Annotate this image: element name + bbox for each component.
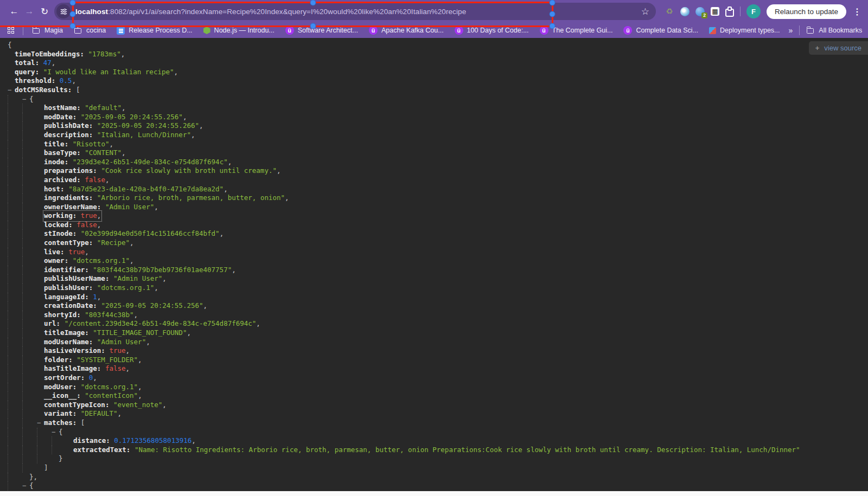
bookmark-item[interactable]: Release Process D... bbox=[117, 27, 192, 35]
json-colon: : bbox=[89, 284, 97, 292]
annotation-handle[interactable] bbox=[70, 23, 76, 29]
indent-guide bbox=[8, 95, 22, 104]
json-colon: : bbox=[73, 113, 81, 121]
collapse-toggle[interactable]: − bbox=[37, 418, 44, 428]
json-value: { bbox=[59, 428, 63, 436]
view-source-button[interactable]: + view source bbox=[809, 41, 868, 55]
back-button[interactable]: ← bbox=[7, 3, 22, 20]
recycle-extension-icon[interactable]: ♻ bbox=[665, 7, 674, 16]
json-line: title: "Risotto", bbox=[0, 140, 868, 149]
json-value: "Admin User" bbox=[97, 338, 146, 346]
indent-guide bbox=[22, 256, 37, 266]
qr-extension-icon[interactable]: ▦ bbox=[711, 7, 719, 16]
collapse-toggle[interactable]: − bbox=[52, 428, 59, 437]
all-bookmarks-button[interactable]: All Bookmarks bbox=[806, 26, 862, 35]
json-value: "8a7d5e23-da1e-420a-b4f0-471e7da8ea2d" bbox=[68, 185, 224, 193]
apps-grid-icon[interactable] bbox=[8, 27, 14, 34]
collapse-toggle[interactable]: − bbox=[22, 95, 29, 104]
json-line: shortyId: "803f44c38b", bbox=[0, 311, 868, 320]
forward-button[interactable]: → bbox=[22, 3, 37, 20]
indent-slot bbox=[37, 149, 44, 158]
url-bar[interactable]: localhost:8082/api/v1/ai/search?indexNam… bbox=[54, 3, 656, 20]
json-line: __icon__: "contentIcon", bbox=[0, 391, 868, 401]
json-line: }, bbox=[0, 473, 868, 482]
annotation-handle[interactable] bbox=[550, 0, 556, 6]
json-line: languageId: 1, bbox=[0, 293, 868, 302]
bookmark-item[interactable]: üApache Kafka Cou... bbox=[369, 26, 444, 35]
json-comma: , bbox=[162, 274, 167, 282]
json-colon: : bbox=[81, 373, 89, 382]
bookmark-item[interactable]: üSoftware Architect... bbox=[285, 26, 358, 35]
json-value: "1783ms" bbox=[88, 50, 120, 58]
json-brace: { bbox=[8, 41, 12, 50]
indent-guide bbox=[8, 256, 22, 266]
json-value: "Cook rice slowly with broth until cream… bbox=[101, 166, 277, 175]
json-key: contentTypeIcon bbox=[44, 401, 105, 409]
browser-menu-button[interactable]: ⋮ bbox=[853, 7, 861, 17]
page-bottom-strip bbox=[0, 491, 868, 496]
bookmark-item[interactable]: üComplete Data Sci... bbox=[623, 26, 698, 35]
json-entry: description: "Italian, Lunch/Dinner", bbox=[44, 131, 195, 140]
json-colon: : bbox=[126, 446, 135, 454]
bookmark-item[interactable]: Deployment types... bbox=[709, 27, 780, 34]
indent-slot bbox=[66, 436, 73, 446]
json-colon: : bbox=[65, 140, 73, 148]
indent-slot bbox=[37, 364, 44, 373]
indent-slot bbox=[37, 293, 44, 302]
bookmarks-overflow-chevron[interactable]: » bbox=[789, 26, 793, 35]
indent-guide bbox=[22, 338, 37, 347]
doc-icon bbox=[117, 27, 125, 35]
json-line: total: 47, bbox=[0, 59, 868, 68]
json-entry: sortOrder: 0, bbox=[44, 373, 97, 383]
json-entry: archived: false, bbox=[44, 176, 109, 185]
json-line: inode: "239d3e42-6b51-49de-834c-e754d87f… bbox=[0, 158, 868, 167]
json-comma: , bbox=[174, 68, 178, 76]
swirl-extension-icon[interactable] bbox=[680, 7, 690, 16]
json-key: extractedText bbox=[73, 446, 126, 454]
bookmark-label: cocina bbox=[86, 27, 106, 34]
json-line: locked: false, bbox=[0, 221, 868, 230]
annotation-handle[interactable] bbox=[310, 23, 316, 29]
json-colon: : bbox=[85, 328, 93, 337]
annotation-handle[interactable] bbox=[70, 11, 76, 17]
annotation-handle[interactable] bbox=[550, 11, 556, 17]
bookmark-item[interactable]: Magia bbox=[32, 26, 63, 35]
reload-button[interactable]: ↻ bbox=[37, 3, 52, 20]
indent-guide bbox=[22, 221, 37, 230]
indent-guide bbox=[22, 401, 37, 410]
bookmark-star-icon[interactable]: ☆ bbox=[641, 6, 649, 17]
collapse-toggle[interactable]: − bbox=[22, 481, 29, 491]
globe-extension-icon[interactable]: 2 bbox=[695, 7, 705, 16]
json-value: 0.5 bbox=[60, 76, 72, 85]
json-value: false bbox=[76, 221, 97, 229]
bookmark-label: 100 Days of Code:... bbox=[467, 27, 529, 34]
json-comma: , bbox=[187, 328, 191, 337]
json-entry: modDate: "2025-09-05 20:24:55.256", bbox=[44, 113, 187, 122]
indent-guide bbox=[22, 239, 37, 248]
annotation-handle[interactable] bbox=[70, 0, 76, 6]
collapse-toggle[interactable]: − bbox=[8, 86, 15, 95]
profile-avatar[interactable]: F bbox=[746, 4, 761, 18]
indent-guide bbox=[22, 229, 37, 239]
annotation-handle[interactable] bbox=[310, 0, 316, 6]
udemy-icon: ü bbox=[540, 26, 548, 35]
json-colon: : bbox=[56, 319, 65, 327]
json-comma: , bbox=[154, 284, 158, 292]
json-comma: , bbox=[162, 401, 167, 409]
expand-all-icon[interactable]: + bbox=[815, 44, 820, 52]
bookmark-item[interactable]: cocina bbox=[74, 26, 106, 35]
extensions-puzzle-icon[interactable] bbox=[725, 9, 734, 17]
bookmark-item[interactable]: ü100 Days of Code:... bbox=[455, 26, 529, 35]
json-comma: , bbox=[72, 76, 76, 85]
site-info-icon[interactable] bbox=[56, 4, 71, 18]
json-colon: : bbox=[68, 356, 76, 364]
json-entry: title: "Risotto", bbox=[44, 140, 113, 149]
relaunch-to-update-button[interactable]: Relaunch to update bbox=[767, 4, 846, 19]
bookmark-item[interactable]: Node.js — Introdu... bbox=[203, 27, 275, 34]
json-value: "803f44c38b79b7beb9736f01ae407757" bbox=[93, 266, 232, 274]
json-entry: publishUser: "dotcms.org.1", bbox=[44, 284, 158, 293]
json-line: −dotCMSResults: [ bbox=[0, 86, 868, 95]
json-comma: , bbox=[122, 104, 126, 112]
extensions-row: ♻ 2 ▦ F Relaunch to update ⋮ bbox=[665, 4, 861, 19]
annotation-handle[interactable] bbox=[550, 23, 556, 29]
